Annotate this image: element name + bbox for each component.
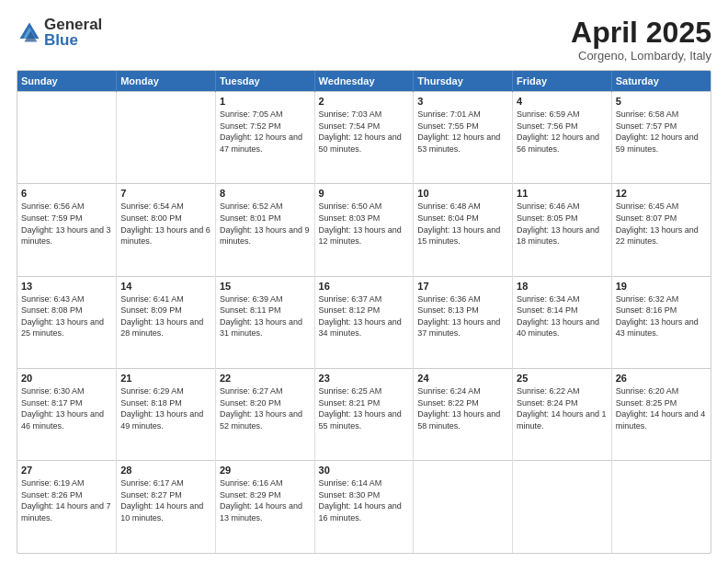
day-number: 4	[517, 96, 608, 107]
calendar-cell: 26Sunrise: 6:20 AM Sunset: 8:25 PM Dayli…	[611, 368, 711, 460]
day-info: Sunrise: 6:58 AM Sunset: 7:57 PM Dayligh…	[616, 109, 707, 155]
calendar-cell: 2Sunrise: 7:03 AM Sunset: 7:54 PM Daylig…	[314, 92, 414, 184]
day-number: 3	[417, 96, 508, 107]
day-number: 1	[220, 96, 311, 107]
calendar-cell: 28Sunrise: 6:17 AM Sunset: 8:27 PM Dayli…	[117, 461, 216, 553]
calendar-table: Sunday Monday Tuesday Wednesday Thursday…	[17, 71, 711, 553]
calendar-cell	[611, 461, 711, 553]
title-block: April 2025 Corgeno, Lombardy, Italy	[571, 17, 711, 63]
calendar-cell: 20Sunrise: 6:30 AM Sunset: 8:17 PM Dayli…	[17, 368, 117, 460]
day-info: Sunrise: 6:24 AM Sunset: 8:22 PM Dayligh…	[417, 385, 508, 431]
logo-icon	[17, 19, 42, 45]
day-info: Sunrise: 6:56 AM Sunset: 7:59 PM Dayligh…	[21, 201, 112, 247]
day-info: Sunrise: 6:30 AM Sunset: 8:17 PM Dayligh…	[21, 385, 112, 431]
calendar-cell: 12Sunrise: 6:45 AM Sunset: 8:07 PM Dayli…	[611, 184, 711, 276]
calendar-cell: 22Sunrise: 6:27 AM Sunset: 8:20 PM Dayli…	[215, 368, 314, 460]
calendar-cell: 23Sunrise: 6:25 AM Sunset: 8:21 PM Dayli…	[314, 368, 414, 460]
calendar-cell: 8Sunrise: 6:52 AM Sunset: 8:01 PM Daylig…	[215, 184, 314, 276]
day-info: Sunrise: 6:32 AM Sunset: 8:16 PM Dayligh…	[616, 293, 707, 339]
page: General Blue April 2025 Corgeno, Lombard…	[0, 0, 728, 563]
logo: General Blue	[17, 17, 102, 48]
calendar-cell: 16Sunrise: 6:37 AM Sunset: 8:12 PM Dayli…	[314, 276, 414, 368]
day-info: Sunrise: 6:39 AM Sunset: 8:11 PM Dayligh…	[220, 293, 311, 339]
day-info: Sunrise: 6:29 AM Sunset: 8:18 PM Dayligh…	[120, 385, 211, 431]
calendar-cell: 13Sunrise: 6:43 AM Sunset: 8:08 PM Dayli…	[17, 276, 117, 368]
calendar-cell: 21Sunrise: 6:29 AM Sunset: 8:18 PM Dayli…	[117, 368, 216, 460]
day-number: 13	[21, 281, 112, 292]
day-number: 19	[616, 281, 707, 292]
day-number: 18	[517, 281, 608, 292]
col-monday: Monday	[117, 71, 216, 92]
day-info: Sunrise: 6:52 AM Sunset: 8:01 PM Dayligh…	[220, 201, 311, 247]
day-number: 23	[319, 373, 410, 384]
day-info: Sunrise: 6:48 AM Sunset: 8:04 PM Dayligh…	[417, 201, 508, 247]
day-number: 11	[517, 188, 608, 199]
day-number: 16	[319, 281, 410, 292]
calendar-cell: 1Sunrise: 7:05 AM Sunset: 7:52 PM Daylig…	[215, 92, 314, 184]
day-info: Sunrise: 6:16 AM Sunset: 8:29 PM Dayligh…	[220, 477, 311, 523]
day-number: 25	[517, 373, 608, 384]
calendar-cell: 3Sunrise: 7:01 AM Sunset: 7:55 PM Daylig…	[414, 92, 513, 184]
col-wednesday: Wednesday	[314, 71, 414, 92]
day-info: Sunrise: 6:27 AM Sunset: 8:20 PM Dayligh…	[220, 385, 311, 431]
calendar-header-row: Sunday Monday Tuesday Wednesday Thursday…	[17, 71, 711, 92]
day-info: Sunrise: 6:46 AM Sunset: 8:05 PM Dayligh…	[517, 201, 608, 247]
day-info: Sunrise: 6:50 AM Sunset: 8:03 PM Dayligh…	[319, 201, 410, 247]
calendar-cell: 14Sunrise: 6:41 AM Sunset: 8:09 PM Dayli…	[117, 276, 216, 368]
day-number: 7	[120, 188, 211, 199]
col-friday: Friday	[513, 71, 612, 92]
calendar-week-5: 27Sunrise: 6:19 AM Sunset: 8:26 PM Dayli…	[17, 461, 711, 553]
day-info: Sunrise: 7:05 AM Sunset: 7:52 PM Dayligh…	[220, 109, 311, 155]
day-info: Sunrise: 6:59 AM Sunset: 7:56 PM Dayligh…	[517, 109, 608, 155]
calendar-cell: 17Sunrise: 6:36 AM Sunset: 8:13 PM Dayli…	[414, 276, 513, 368]
calendar-cell: 5Sunrise: 6:58 AM Sunset: 7:57 PM Daylig…	[611, 92, 711, 184]
day-info: Sunrise: 6:14 AM Sunset: 8:30 PM Dayligh…	[319, 477, 410, 523]
day-number: 27	[21, 465, 112, 476]
day-info: Sunrise: 6:45 AM Sunset: 8:07 PM Dayligh…	[616, 201, 707, 247]
calendar-cell: 9Sunrise: 6:50 AM Sunset: 8:03 PM Daylig…	[314, 184, 414, 276]
calendar: Sunday Monday Tuesday Wednesday Thursday…	[17, 70, 711, 554]
day-number: 8	[220, 188, 311, 199]
month-title: April 2025	[571, 17, 711, 49]
day-info: Sunrise: 6:17 AM Sunset: 8:27 PM Dayligh…	[120, 477, 211, 523]
logo-blue: Blue	[44, 32, 102, 48]
day-number: 29	[220, 465, 311, 476]
col-tuesday: Tuesday	[215, 71, 314, 92]
day-number: 9	[319, 188, 410, 199]
day-number: 10	[417, 188, 508, 199]
calendar-cell	[414, 461, 513, 553]
calendar-cell: 15Sunrise: 6:39 AM Sunset: 8:11 PM Dayli…	[215, 276, 314, 368]
day-info: Sunrise: 7:03 AM Sunset: 7:54 PM Dayligh…	[319, 109, 410, 155]
location-subtitle: Corgeno, Lombardy, Italy	[571, 49, 711, 63]
day-info: Sunrise: 6:34 AM Sunset: 8:14 PM Dayligh…	[517, 293, 608, 339]
calendar-cell: 29Sunrise: 6:16 AM Sunset: 8:29 PM Dayli…	[215, 461, 314, 553]
day-info: Sunrise: 6:19 AM Sunset: 8:26 PM Dayligh…	[21, 477, 112, 523]
col-saturday: Saturday	[611, 71, 711, 92]
calendar-cell: 27Sunrise: 6:19 AM Sunset: 8:26 PM Dayli…	[17, 461, 117, 553]
calendar-week-1: 1Sunrise: 7:05 AM Sunset: 7:52 PM Daylig…	[17, 92, 711, 184]
day-number: 22	[220, 373, 311, 384]
header: General Blue April 2025 Corgeno, Lombard…	[17, 17, 711, 63]
day-info: Sunrise: 6:25 AM Sunset: 8:21 PM Dayligh…	[319, 385, 410, 431]
day-number: 28	[120, 465, 211, 476]
day-info: Sunrise: 6:36 AM Sunset: 8:13 PM Dayligh…	[417, 293, 508, 339]
day-number: 20	[21, 373, 112, 384]
calendar-week-3: 13Sunrise: 6:43 AM Sunset: 8:08 PM Dayli…	[17, 276, 711, 368]
calendar-cell: 7Sunrise: 6:54 AM Sunset: 8:00 PM Daylig…	[117, 184, 216, 276]
calendar-cell: 25Sunrise: 6:22 AM Sunset: 8:24 PM Dayli…	[513, 368, 612, 460]
calendar-week-2: 6Sunrise: 6:56 AM Sunset: 7:59 PM Daylig…	[17, 184, 711, 276]
day-info: Sunrise: 6:37 AM Sunset: 8:12 PM Dayligh…	[319, 293, 410, 339]
calendar-cell	[17, 92, 117, 184]
day-info: Sunrise: 6:43 AM Sunset: 8:08 PM Dayligh…	[21, 293, 112, 339]
day-number: 17	[417, 281, 508, 292]
day-number: 26	[616, 373, 707, 384]
day-number: 12	[616, 188, 707, 199]
day-number: 15	[220, 281, 311, 292]
logo-text: General Blue	[44, 17, 102, 48]
calendar-week-4: 20Sunrise: 6:30 AM Sunset: 8:17 PM Dayli…	[17, 368, 711, 460]
calendar-cell: 10Sunrise: 6:48 AM Sunset: 8:04 PM Dayli…	[414, 184, 513, 276]
calendar-cell: 19Sunrise: 6:32 AM Sunset: 8:16 PM Dayli…	[611, 276, 711, 368]
calendar-cell: 30Sunrise: 6:14 AM Sunset: 8:30 PM Dayli…	[314, 461, 414, 553]
day-number: 5	[616, 96, 707, 107]
calendar-cell	[117, 92, 216, 184]
